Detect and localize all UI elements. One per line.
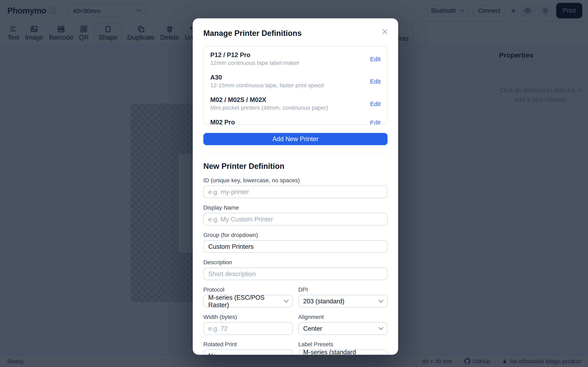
- description-label: Description: [203, 259, 388, 266]
- rotated-print-label: Rotated Print: [203, 341, 293, 348]
- label-presets-label: Label Presets: [298, 341, 388, 348]
- alignment-label: Alignment: [298, 314, 388, 320]
- printer-description: 12mm continuous tape label maker: [210, 59, 299, 67]
- dpi-label: DPI: [298, 286, 388, 293]
- protocol-label: Protocol: [203, 286, 293, 293]
- chevron-down-icon: [284, 352, 288, 355]
- id-label: ID (unique key, lowercase, no spaces): [203, 177, 388, 184]
- screen: Phomymo i 40×30mm Bluetooth Connect: [0, 0, 588, 367]
- modal-title: Manage Printer Definitions: [203, 29, 302, 38]
- edit-printer-link[interactable]: Edit: [370, 55, 380, 62]
- rotated-print-select[interactable]: No: [203, 350, 293, 355]
- dpi-select[interactable]: 203 (standard): [298, 295, 388, 308]
- edit-printer-link[interactable]: Edit: [370, 119, 380, 125]
- printer-row: A30 12-15mm continuous tape, faster prin…: [204, 69, 387, 91]
- chevron-down-icon: [379, 352, 383, 355]
- add-new-printer-button[interactable]: Add New Printer: [203, 133, 388, 145]
- display-name-input[interactable]: [203, 213, 388, 225]
- chevron-down-icon: [379, 298, 383, 302]
- close-button[interactable]: [381, 28, 388, 37]
- edit-printer-link[interactable]: Edit: [370, 100, 380, 107]
- chevron-down-icon: [379, 325, 383, 330]
- alignment-select[interactable]: Center: [298, 322, 388, 335]
- printer-row: M02 Pro Edit: [204, 114, 387, 125]
- label-presets-select[interactable]: M-series (standard labels): [298, 350, 388, 355]
- edit-printer-link[interactable]: Edit: [370, 78, 380, 85]
- close-icon: [381, 28, 388, 35]
- width-bytes-input[interactable]: [203, 322, 293, 335]
- display-name-label: Display Name: [203, 204, 388, 211]
- manage-printers-modal: Manage Printer Definitions P12 / P12 Pro…: [193, 18, 398, 355]
- protocol-select[interactable]: M-series (ESC/POS Raster): [203, 295, 293, 308]
- printer-description: 12-15mm continuous tape, faster print sp…: [210, 82, 324, 89]
- divider: [203, 153, 388, 154]
- printer-name: A30: [210, 73, 324, 81]
- group-label: Group (for dropdown): [203, 232, 388, 239]
- printer-name: M02 Pro: [210, 118, 235, 125]
- width-bytes-label: Width (bytes): [203, 314, 293, 320]
- new-printer-form-title: New Printer Definition: [203, 162, 388, 171]
- printer-description: Mini pocket printers (48mm, continuous p…: [210, 104, 328, 111]
- printer-name: P12 / P12 Pro: [210, 51, 299, 59]
- printer-row: M02 / M02S / M02X Mini pocket printers (…: [204, 91, 387, 114]
- id-input[interactable]: [203, 185, 388, 198]
- printer-list: P12 / P12 Pro 12mm continuous tape label…: [203, 46, 388, 125]
- description-input[interactable]: [203, 267, 388, 280]
- printer-name: M02 / M02S / M02X: [210, 96, 328, 104]
- group-input[interactable]: [203, 240, 388, 253]
- printer-row: P12 / P12 Pro 12mm continuous tape label…: [204, 47, 387, 69]
- chevron-down-icon: [284, 298, 288, 302]
